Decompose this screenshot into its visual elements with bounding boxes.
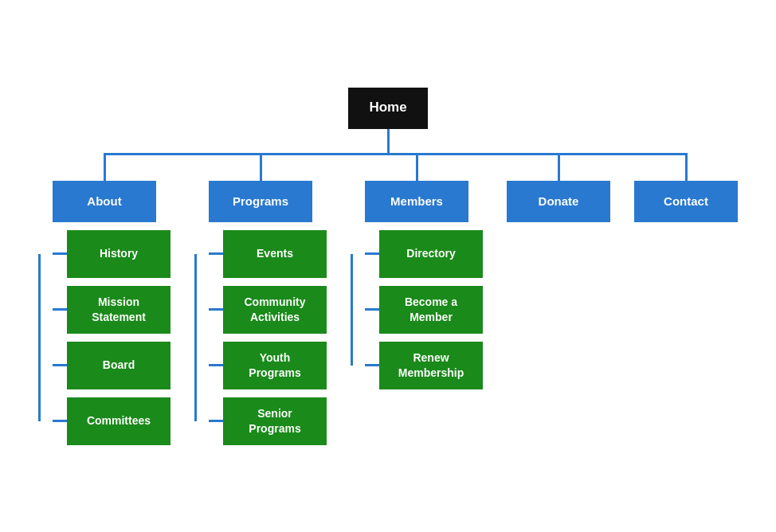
home-node[interactable]: Home — [348, 88, 428, 129]
list-item: Committees — [53, 397, 170, 445]
list-item: Become a Member — [365, 286, 483, 334]
node-programs-child-0[interactable]: Events — [223, 230, 327, 278]
home-vertical-connector — [387, 129, 390, 153]
branches-row: AboutHistoryMission StatementBoardCommit… — [26, 153, 750, 445]
tree-structure: Home AboutHistoryMission StatementBoardC… — [29, 88, 747, 445]
node-about-child-0[interactable]: History — [67, 230, 170, 278]
sitemap-chart: Home AboutHistoryMission StatementBoardC… — [22, 72, 754, 461]
branch-programs: ProgramsEventsCommunity ActivitiesYouth … — [194, 153, 327, 445]
node-contact[interactable]: Contact — [634, 181, 738, 222]
branch-contact: Contact — [634, 153, 738, 222]
list-item: Board — [53, 342, 170, 389]
list-item: Community Activities — [209, 286, 327, 334]
list-item: Mission Statement — [53, 286, 170, 334]
vert-line-members — [416, 153, 418, 181]
node-members[interactable]: Members — [365, 181, 468, 222]
children-programs: EventsCommunity ActivitiesYouth Programs… — [194, 230, 327, 445]
horizontal-connector-bar — [104, 153, 686, 155]
branch-donate: Donate — [507, 153, 610, 222]
branch-about: AboutHistoryMission StatementBoardCommit… — [38, 153, 170, 445]
node-about-child-2[interactable]: Board — [67, 342, 170, 389]
children-about: HistoryMission StatementBoardCommittees — [38, 230, 170, 445]
node-programs-child-2[interactable]: Youth Programs — [223, 342, 327, 389]
branch-members: MembersDirectoryBecome a MemberRenew Mem… — [351, 153, 483, 389]
vert-line-programs — [260, 153, 262, 181]
node-programs[interactable]: Programs — [209, 181, 312, 222]
node-donate[interactable]: Donate — [507, 181, 610, 222]
list-item: Events — [209, 230, 327, 278]
node-programs-child-3[interactable]: Senior Programs — [223, 397, 327, 445]
node-programs-child-1[interactable]: Community Activities — [223, 286, 327, 334]
node-members-child-1[interactable]: Become a Member — [379, 286, 483, 334]
node-about[interactable]: About — [53, 181, 156, 222]
list-item: History — [53, 230, 170, 278]
list-item: Youth Programs — [209, 342, 327, 389]
node-members-child-0[interactable]: Directory — [379, 230, 483, 278]
list-item: Senior Programs — [209, 397, 327, 445]
home-label: Home — [369, 99, 406, 116]
node-members-child-2[interactable]: Renew Membership — [379, 342, 483, 389]
children-members: DirectoryBecome a MemberRenew Membership — [351, 230, 483, 389]
node-about-child-1[interactable]: Mission Statement — [67, 286, 170, 334]
node-about-child-3[interactable]: Committees — [67, 397, 170, 445]
vert-line-about — [104, 153, 106, 181]
list-item: Directory — [365, 230, 483, 278]
vert-line-contact — [685, 153, 688, 181]
list-item: Renew Membership — [365, 342, 483, 389]
vert-line-donate — [558, 153, 560, 181]
